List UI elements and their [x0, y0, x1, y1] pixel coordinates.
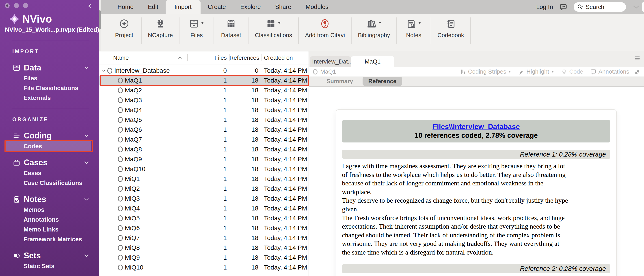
menu-tab-edit[interactable]: Edit: [141, 0, 166, 14]
sidebar-group-cases[interactable]: Cases: [0, 157, 99, 168]
search-box[interactable]: [574, 2, 626, 12]
sidebar-item-case-classifications[interactable]: Case Classifications: [0, 178, 99, 188]
table-row-miq4[interactable]: MiQ4118Today, 4:14 PM: [99, 204, 308, 213]
sidebar-item-cases[interactable]: Cases: [0, 168, 99, 178]
tool-coding-stripes[interactable]: Coding Stripes: [460, 68, 511, 75]
column-header-created-on[interactable]: Created on: [261, 54, 308, 61]
ribbon-button-bibliography[interactable]: Bibliography: [352, 17, 396, 44]
sidebar-item-framework-matrices[interactable]: Framework Matrices: [0, 234, 99, 244]
row-references-count: 18: [230, 264, 261, 271]
table-row-maq10[interactable]: MaQ10118Today, 4:14 PM: [99, 164, 308, 174]
table-row-maq5[interactable]: MaQ5118Today, 4:14 PM: [99, 115, 308, 125]
window-zoom-button[interactable]: [23, 3, 28, 8]
twisty-down-icon[interactable]: [100, 68, 107, 73]
window-close-button[interactable]: [5, 3, 10, 8]
chevron-down-icon[interactable]: [632, 4, 640, 9]
sidebar-item-file-classifications[interactable]: File Classifications: [0, 83, 99, 93]
chevron-down-icon[interactable]: [84, 134, 90, 138]
tool-label: Code: [570, 68, 583, 75]
sidebar-item-memo-links[interactable]: Memo Links: [0, 225, 99, 234]
sidebar-item-memos[interactable]: Memos: [0, 205, 99, 215]
tool-highlight[interactable]: Highlight: [518, 68, 554, 75]
sidebar-scrollbar[interactable]: [99, 10, 100, 29]
chevron-down-icon[interactable]: [84, 66, 90, 70]
ribbon-button-files[interactable]: Files: [180, 17, 214, 44]
sidebar-item-files[interactable]: Files: [0, 73, 99, 83]
panel-menu-icon[interactable]: [634, 55, 640, 61]
menu-tab-create[interactable]: Create: [200, 0, 233, 14]
table-row-maq9[interactable]: MaQ9118Today, 4:14 PM: [99, 154, 308, 164]
menu-tab-import[interactable]: Import: [166, 0, 201, 14]
sidebar-collapse-icon[interactable]: [87, 3, 92, 9]
column-header-files[interactable]: Files: [199, 54, 230, 61]
table-row-miq8[interactable]: MiQ8118Today, 4:14 PM: [99, 243, 308, 253]
sidebar-item-annotations[interactable]: Annotations: [0, 215, 99, 225]
ribbon-toolbar: ProjectNCaptureFilesDatasetClassificatio…: [101, 14, 644, 51]
window-minimize-button[interactable]: [14, 3, 19, 8]
table-row-miq6[interactable]: MiQ6118Today, 4:14 PM: [99, 223, 308, 233]
search-input[interactable]: [585, 3, 620, 11]
table-row-maq1[interactable]: MaQ1118Today, 4:14 PM: [99, 76, 308, 85]
ribbon-button-dataset[interactable]: Dataset: [214, 17, 248, 44]
list-header[interactable]: Name Files References Created on: [99, 51, 308, 64]
sidebar-item-codes[interactable]: Codes: [6, 141, 91, 151]
source-file-link[interactable]: Files\\Interview_Database: [342, 123, 610, 131]
table-row-miq2[interactable]: MiQ2118Today, 4:14 PM: [99, 184, 308, 194]
table-row-interview_database[interactable]: Interview_Database00Today, 4:14 PM: [99, 66, 308, 76]
ribbon-button-project[interactable]: Project: [107, 17, 142, 44]
expand-panel-icon[interactable]: [634, 69, 640, 75]
column-header-references[interactable]: References: [230, 54, 261, 61]
codes-list-panel: Name Files References Created on Intervi…: [99, 51, 308, 276]
ribbon-button-notes[interactable]: Notes: [396, 17, 431, 44]
log-in-button[interactable]: Log In: [536, 3, 553, 10]
ribbon-button-codebook[interactable]: Codebook: [431, 17, 471, 44]
ribbon-button-add-from-citavi[interactable]: Add from Citavi: [299, 17, 352, 44]
chevron-down-icon[interactable]: [84, 197, 90, 201]
row-name: MaQ4: [125, 107, 142, 114]
row-created-on: Today, 4:14 PM: [261, 165, 308, 173]
code-circle-icon: [118, 146, 123, 152]
chevron-down-icon[interactable]: [84, 254, 90, 258]
row-references-count: 18: [230, 165, 261, 173]
ribbon-button-ncapture[interactable]: NCapture: [142, 17, 180, 44]
sidebar-group-coding[interactable]: Coding: [0, 130, 99, 141]
row-name: MaQ9: [125, 156, 142, 163]
tool-code[interactable]: Code: [561, 68, 583, 75]
document-tab-interview-database[interactable]: Interview_Dat...: [310, 56, 351, 67]
table-row-miq5[interactable]: MiQ5118Today, 4:14 PM: [99, 213, 308, 223]
sidebar-item-externals[interactable]: Externals: [0, 93, 99, 103]
table-row-miq7[interactable]: MiQ7118Today, 4:14 PM: [99, 233, 308, 243]
document-tab-maq1[interactable]: MaQ1: [351, 56, 394, 67]
table-row-maq6[interactable]: MaQ6118Today, 4:14 PM: [99, 125, 308, 135]
document-content-area[interactable]: Files\\Interview_Database 10 references …: [309, 87, 644, 276]
ribbon-button-classifications[interactable]: Classifications: [248, 17, 299, 44]
menu-tab-share[interactable]: Share: [268, 0, 298, 14]
column-header-name[interactable]: Name: [99, 54, 187, 61]
chevron-down-icon[interactable]: [84, 161, 90, 164]
sidebar-item-static-sets[interactable]: Static Sets: [0, 261, 99, 271]
sidebar-group-notes[interactable]: Notes: [0, 194, 99, 205]
menu-tab-explore[interactable]: Explore: [233, 0, 268, 14]
table-row-maq7[interactable]: MaQ7118Today, 4:14 PM: [99, 135, 308, 144]
table-row-maq2[interactable]: MaQ2118Today, 4:14 PM: [99, 85, 308, 95]
tool-annotations[interactable]: Annotations: [590, 68, 629, 75]
tab-summary[interactable]: Summary: [326, 78, 353, 85]
chat-bubble-icon[interactable]: [559, 3, 567, 11]
table-row-miq3[interactable]: MiQ3118Today, 4:14 PM: [99, 194, 308, 204]
window-controls[interactable]: [5, 3, 28, 8]
table-row-miq10[interactable]: MiQ10118Today, 4:14 PM: [99, 263, 308, 273]
code-circle-icon: [118, 78, 123, 83]
row-references-count: 18: [230, 195, 261, 202]
table-row-maq8[interactable]: MaQ8118Today, 4:14 PM: [99, 144, 308, 154]
row-created-on: Today, 4:14 PM: [261, 87, 308, 94]
sidebar-group-data[interactable]: Data: [0, 62, 99, 73]
table-row-miq1[interactable]: MiQ1118Today, 4:14 PM: [99, 174, 308, 184]
table-row-miq9[interactable]: MiQ9118Today, 4:14 PM: [99, 253, 308, 263]
table-row-maq4[interactable]: MaQ4118Today, 4:14 PM: [99, 105, 308, 115]
tab-reference[interactable]: Reference: [362, 77, 402, 86]
menu-tab-home[interactable]: Home: [110, 0, 141, 14]
table-row-maq3[interactable]: MaQ3118Today, 4:14 PM: [99, 95, 308, 105]
reference-text-1: I agree with time magazines assessment. …: [342, 162, 610, 257]
sidebar-group-sets[interactable]: Sets: [0, 250, 99, 261]
menu-tab-modules[interactable]: Modules: [298, 0, 336, 14]
